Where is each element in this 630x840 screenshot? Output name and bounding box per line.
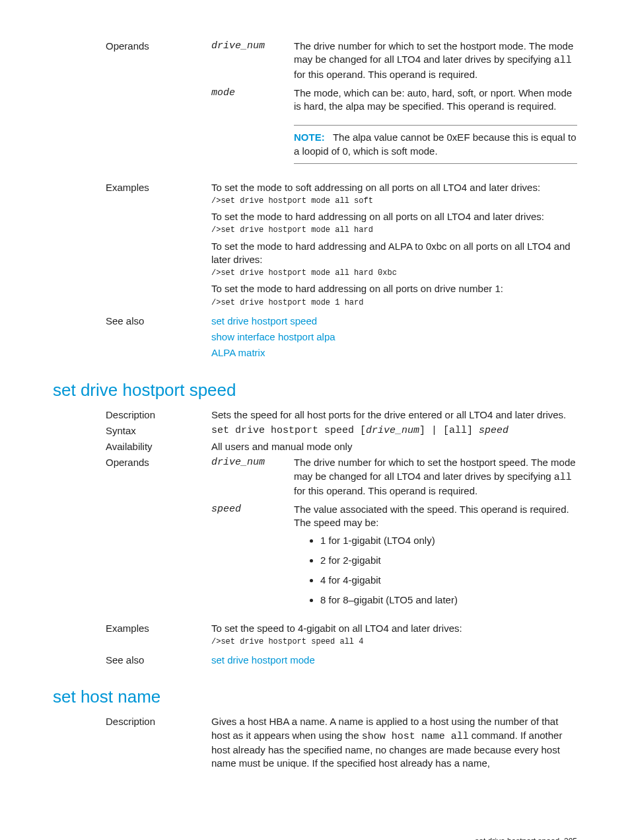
operand-speed: speed The value associated with the spee… (211, 503, 577, 614)
see-also-row: See also set drive hostport mode (53, 654, 584, 669)
description-label: Description (53, 715, 211, 728)
examples-row: Examples To set the speed to 4-gigabit o… (53, 622, 584, 651)
see-also-row: See also set drive hostport speed show i… (53, 315, 584, 363)
footer-page-number: 205 (564, 837, 577, 840)
syntax-text: set drive hostport speed [drive_num] | [… (211, 424, 584, 438)
example-command: />set drive hostport mode 1 hard (211, 297, 577, 308)
availability-label: Availability (53, 440, 211, 453)
note-text: The alpa value cannot be 0xEF because th… (294, 132, 576, 156)
speed-list: 1 for 1-gigabit (LTO4 only) 2 for 2-giga… (294, 534, 577, 607)
see-also-link[interactable]: show interface hostport alpa (211, 330, 577, 344)
operand-description: The value associated with the speed. Thi… (294, 503, 577, 614)
operands-row: Operands drive_num The drive number for … (53, 456, 584, 619)
operand-description: The mode, which can be: auto, hard, soft… (294, 87, 577, 114)
availability-row: Availability All users and manual mode o… (53, 440, 584, 453)
operand-name: mode (211, 87, 294, 100)
note-box: NOTE: The alpa value cannot be 0xEF beca… (294, 125, 577, 164)
section-heading-set-host-name: set host name (53, 685, 584, 708)
example-text: To set the speed to 4-gigabit on all LTO… (211, 622, 577, 635)
example-text: To set the mode to soft addressing on al… (211, 181, 577, 194)
description-label: Description (53, 408, 211, 422)
description-text: Gives a host HBA a name. A name is appli… (211, 715, 584, 770)
section-heading-set-drive-hostport-speed: set drive hostport speed (53, 379, 584, 402)
operand-mode: mode The mode, which can be: auto, hard,… (211, 87, 577, 114)
see-also-link[interactable]: ALPA matrix (211, 346, 577, 360)
description-row: Description Gives a host HBA a name. A n… (53, 715, 584, 770)
footer-section-title: set drive hostport speed (475, 837, 559, 840)
operand-name: drive_num (211, 40, 294, 53)
operand-drive-num: drive_num The drive number for which to … (211, 456, 577, 498)
syntax-row: Syntax set drive hostport speed [drive_n… (53, 424, 584, 438)
example-command: />set drive hostport mode all soft (211, 196, 577, 206)
operand-description: The drive number for which to set the ho… (294, 456, 577, 498)
note-row: NOTE: The alpa value cannot be 0xEF beca… (211, 118, 577, 164)
operands-label: Operands (53, 456, 211, 469)
see-also-link[interactable]: set drive hostport mode (211, 654, 577, 667)
see-also-label: See also (53, 654, 211, 667)
examples-row: Examples To set the mode to soft address… (53, 181, 584, 312)
speed-option: 8 for 8–gigabit (LTO5 and later) (320, 593, 577, 607)
speed-option: 1 for 1-gigabit (LTO4 only) (320, 534, 577, 547)
syntax-label: Syntax (53, 424, 211, 438)
example-command: />set drive hostport mode all hard (211, 225, 577, 235)
operand-description: The drive number for which to set the ho… (294, 40, 577, 81)
operand-name: speed (211, 503, 294, 516)
see-also-label: See also (53, 315, 211, 328)
description-row: Description Sets the speed for all host … (53, 408, 584, 422)
operands-label: Operands (53, 40, 211, 53)
speed-option: 2 for 2-gigabit (320, 554, 577, 567)
operand-drive-num: drive_num The drive number for which to … (211, 40, 577, 81)
example-command: />set drive hostport speed all 4 (211, 636, 577, 647)
note-label: NOTE: (294, 132, 325, 143)
example-command: />set drive hostport mode all hard 0xbc (211, 268, 577, 278)
example-text: To set the mode to hard addressing on al… (211, 210, 577, 223)
examples-label: Examples (53, 622, 211, 635)
page-footer: set drive hostport speed 205 (53, 836, 584, 840)
see-also-link[interactable]: set drive hostport speed (211, 315, 577, 328)
operand-name: drive_num (211, 456, 294, 469)
examples-label: Examples (53, 181, 211, 194)
description-text: Sets the speed for all host ports for th… (211, 408, 584, 422)
availability-text: All users and manual mode only (211, 440, 584, 453)
example-text: To set the mode to hard addressing on al… (211, 282, 577, 295)
operands-row: Operands drive_num The drive number for … (53, 40, 584, 169)
example-text: To set the mode to hard addressing and A… (211, 240, 577, 267)
speed-option: 4 for 4-gigabit (320, 574, 577, 587)
